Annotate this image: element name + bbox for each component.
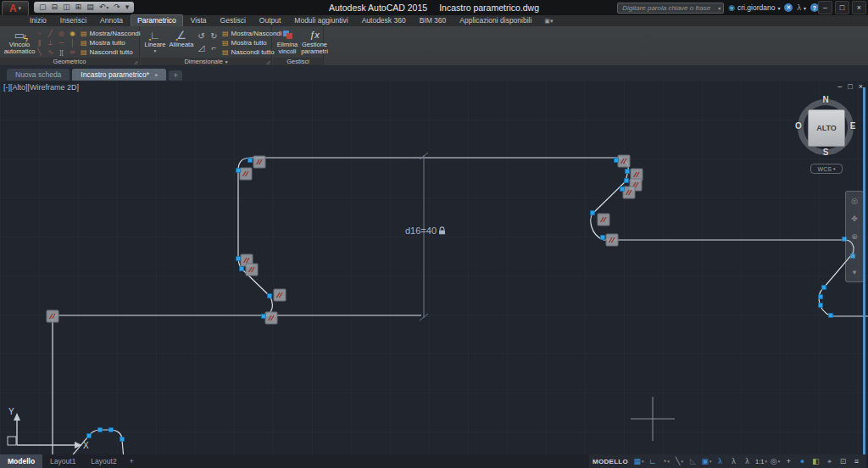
convert-dim-icon[interactable]: ⌐ — [208, 42, 220, 53]
profile-bottom-left[interactable] — [70, 430, 124, 454]
file-tab-active[interactable]: Incastro parametrico* × — [72, 69, 166, 81]
ucs-icon[interactable]: YX — [8, 407, 89, 450]
save-icon[interactable]: ◫ — [63, 2, 70, 13]
polar-tracking-dropdown-icon[interactable]: ▾ — [668, 459, 670, 464]
status-hardware-acceleration[interactable]: ◧ — [810, 455, 822, 467]
constraint-badge[interactable] — [618, 155, 630, 167]
communication-center[interactable]: λ ▾ — [797, 3, 806, 12]
constraint-badge[interactable] — [253, 156, 265, 168]
panel-dropdown-icon[interactable]: ▾ — [225, 59, 228, 64]
grip-point[interactable] — [819, 304, 823, 308]
search-dropdown-icon[interactable]: ▾ — [718, 5, 721, 11]
panel-title-geometrico[interactable]: Geometrico ◿ — [0, 58, 139, 65]
status-isolate-objects[interactable]: ⌖ — [823, 455, 836, 467]
constraint-equal-icon[interactable]: ═ — [67, 47, 78, 57]
undo-dropdown-icon[interactable]: ▾ — [106, 5, 108, 10]
angular-dim-icon[interactable]: ↺ — [195, 30, 208, 42]
panel-title-dimensionale[interactable]: Dimensionale ▾ ◿ — [141, 58, 271, 65]
profile-left[interactable] — [53, 315, 421, 454]
exchange-apps-icon[interactable]: ✕ — [784, 3, 793, 12]
status-grid-display[interactable]: ▦▾ — [632, 455, 645, 467]
orbit-icon[interactable]: ◌ — [852, 250, 856, 259]
viewport-controls-label[interactable]: [-][Alto][Wireframe 2D] — [3, 83, 79, 92]
status-customization-menu[interactable]: ≡ — [850, 455, 863, 467]
radius-dim-icon[interactable]: ↻ — [208, 30, 220, 42]
constraint-smooth-icon[interactable]: ∿ — [45, 47, 56, 57]
status-workspace-switching[interactable]: ◎▾ — [769, 455, 782, 467]
grip-point[interactable] — [625, 179, 629, 183]
new-layout-button[interactable]: + — [125, 457, 139, 465]
wcs-dropdown-icon[interactable]: ▾ — [833, 166, 836, 171]
angle-dim-icon[interactable]: ◿ — [195, 42, 208, 53]
constraint-collinear-icon[interactable]: ╱ — [45, 29, 56, 38]
grip-point[interactable] — [98, 428, 103, 432]
linear-dropdown-icon[interactable]: ▾ — [154, 48, 157, 53]
layout-tab-layout2[interactable]: Layout2 — [83, 454, 124, 468]
qat-customize-icon[interactable]: ▾ — [125, 2, 130, 13]
status-annotation-scale[interactable]: 1:1▾ — [754, 455, 768, 467]
status-polar-tracking[interactable]: ◔▾ — [659, 455, 672, 467]
dimension-label[interactable]: d16=40 — [405, 226, 446, 236]
model-space-label[interactable]: MODELLO — [593, 458, 628, 465]
comm-dropdown-icon[interactable]: ▾ — [804, 5, 806, 11]
constraint-fixed-icon[interactable]: ◉ — [67, 29, 78, 38]
compass-north[interactable]: N — [821, 95, 831, 104]
full-navigation-wheel-icon[interactable]: ◎ — [851, 197, 858, 205]
status-annotation-monitor[interactable]: + — [782, 455, 795, 467]
wcs-menu[interactable]: WCS ▾ — [810, 164, 843, 174]
grip-point[interactable] — [120, 437, 125, 442]
constraint-symmetric-icon[interactable]: ][ — [56, 47, 67, 57]
compass-east[interactable]: E — [848, 121, 858, 131]
restore-button[interactable]: □ — [835, 1, 849, 14]
grip-point[interactable] — [248, 159, 253, 163]
object-snap-tracking-dropdown-icon[interactable]: ▾ — [682, 459, 684, 464]
ribbon-tab-moduli-aggiuntivi[interactable]: Moduli aggiuntivi — [288, 15, 353, 26]
ribbon-tab-autodesk-360[interactable]: Autodesk 360 — [356, 15, 412, 26]
zoom-icon[interactable]: ⊕ — [851, 232, 858, 241]
hide-all-constraints-button[interactable]: ▤ Nascondi tutto — [81, 47, 141, 56]
showmotion-icon[interactable]: ▾ — [853, 268, 857, 276]
ribbon-tab-parametrico[interactable]: Parametrico — [131, 14, 183, 26]
plot-icon[interactable]: ▤ — [86, 2, 94, 13]
status-clean-screen[interactable]: ⊡ — [837, 455, 849, 467]
grip-point[interactable] — [236, 257, 241, 261]
constraint-badge[interactable] — [606, 234, 618, 246]
grip-point[interactable] — [236, 169, 241, 173]
doc-minimize-button[interactable]: – — [837, 82, 842, 91]
show-all-constraints-button[interactable]: ▤ Mostra tutto — [81, 38, 141, 47]
application-menu-button[interactable]: A ▾ — [2, 1, 29, 16]
grip-point[interactable] — [87, 434, 92, 438]
workspace-switching-dropdown-icon[interactable]: ▾ — [778, 459, 781, 464]
open-drawing-icon[interactable]: ⊟ — [52, 2, 58, 13]
grip-point[interactable] — [262, 315, 266, 319]
constraint-horizontal-icon[interactable]: ─ — [56, 38, 67, 47]
status-autoscale[interactable]: λ — [727, 455, 740, 467]
save-as-icon[interactable]: ⊞ — [75, 2, 82, 13]
compass-west[interactable]: O — [793, 121, 804, 131]
new-drawing-icon[interactable]: ▢ — [39, 2, 47, 13]
constraint-badge[interactable] — [598, 214, 609, 226]
show-hide-constraints-button[interactable]: ▤ Mostra/Nascondi — [81, 29, 141, 37]
aligned-dimension-button[interactable]: ∠ ▪ Allineata — [168, 28, 195, 48]
grip-point[interactable] — [822, 286, 826, 290]
grip-point[interactable] — [268, 294, 272, 298]
layout-tab-modello[interactable]: Modello — [0, 454, 42, 468]
redo-icon[interactable]: ↷ — [114, 2, 120, 13]
status-annotation-visibility[interactable]: λ — [714, 455, 726, 467]
grip-point[interactable] — [591, 211, 595, 215]
status-object-snap-tracking[interactable]: ╲▾ — [673, 455, 686, 467]
annotation-scale-dropdown-icon[interactable]: ▾ — [765, 459, 767, 464]
ribbon-tab-annota[interactable]: Annota — [94, 15, 129, 26]
ribbon-tab-inizio[interactable]: Inizio — [24, 15, 53, 26]
profile-main[interactable] — [238, 158, 868, 316]
pan-icon[interactable]: ✥ — [851, 214, 858, 223]
grip-point[interactable] — [601, 236, 605, 240]
viewcube-top-face[interactable]: ALTO — [808, 109, 845, 147]
grip-point[interactable] — [620, 187, 625, 192]
ribbon-display-toggle-icon[interactable]: ▣▾ — [544, 18, 553, 26]
status-object-snap-2d[interactable]: ▣▾ — [700, 455, 713, 467]
constraint-concentric-icon[interactable]: ◎ — [56, 29, 67, 38]
grip-point[interactable] — [819, 295, 823, 299]
help-search-box[interactable]: ▾ — [617, 3, 724, 14]
grip-point[interactable] — [829, 314, 833, 318]
